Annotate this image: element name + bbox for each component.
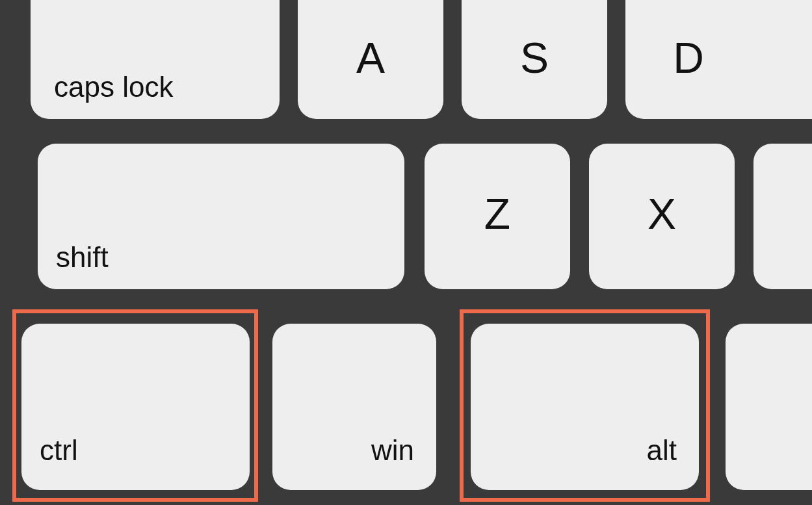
key-caps-lock[interactable]: caps lock [31,0,280,119]
key-alt[interactable]: alt [471,324,699,490]
key-win[interactable]: win [272,324,436,490]
key-a[interactable]: A [298,0,443,119]
key-d[interactable]: D [625,0,812,119]
key-ctrl[interactable]: ctrl [21,324,250,490]
key-z[interactable]: Z [425,144,570,289]
key-x[interactable]: X [589,144,735,289]
key-shift[interactable]: shift [38,144,404,289]
key-c[interactable]: C [753,144,812,289]
key-label: S [520,33,549,83]
key-label: A [356,33,385,83]
key-label: D [673,33,704,83]
key-label: Z [484,189,510,239]
key-label: X [648,189,676,239]
key-label: caps lock [54,71,173,103]
key-label: win [371,434,414,467]
key-space[interactable] [726,324,812,490]
key-label: ctrl [40,434,78,467]
key-s[interactable]: S [462,0,607,119]
key-label: shift [56,241,109,274]
key-label: alt [647,434,677,467]
